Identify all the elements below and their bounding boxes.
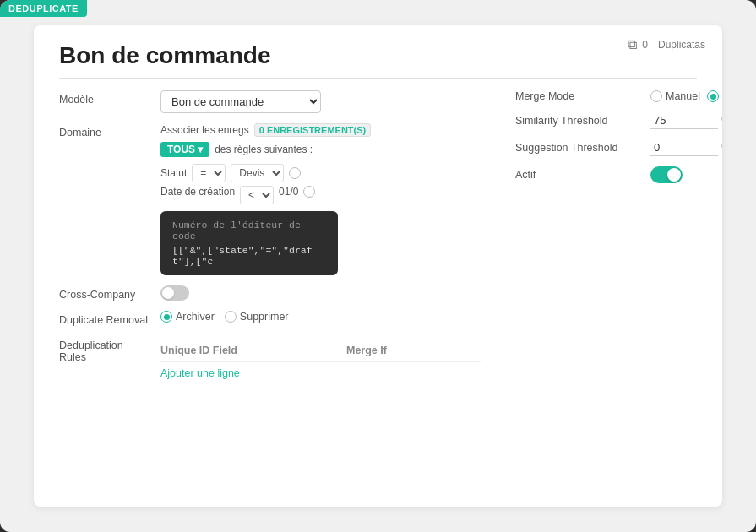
merge-if-col-header: Merge If xyxy=(346,345,481,356)
supprimer-radio[interactable] xyxy=(225,311,237,323)
dup-label: Duplicatas xyxy=(658,39,705,51)
cross-company-label: Cross-Company xyxy=(59,285,152,301)
automatique-radio[interactable] xyxy=(707,90,719,102)
merge-mode-options: Manuel Automatique xyxy=(650,90,722,102)
archiver-option[interactable]: Archiver xyxy=(160,311,215,323)
statut-op-select[interactable]: = xyxy=(192,164,226,182)
statut-val-select[interactable]: Devis xyxy=(231,164,284,182)
suggestion-threshold-row: Suggestion Threshold % xyxy=(515,139,722,156)
code-comment: Numéro de l'éditeur de code xyxy=(172,220,326,242)
duplicate-removal-label: Duplicate Removal xyxy=(59,311,152,326)
automatique-option[interactable]: Automatique xyxy=(707,90,722,102)
statut-rule-row: Statut = Devis xyxy=(160,164,481,182)
deduplicate-badge: DEDUPLICATE xyxy=(0,0,87,17)
manuel-radio[interactable] xyxy=(650,90,662,102)
domaine-label: Domaine xyxy=(59,123,152,138)
suggestion-percent: % xyxy=(721,142,722,154)
domain-text: Associer les enregs xyxy=(160,124,249,136)
statut-label: Statut xyxy=(160,167,187,179)
suivantes-text: des règles suivantes : xyxy=(215,144,313,155)
statut-radio[interactable] xyxy=(289,167,301,179)
suggestion-value-area: % xyxy=(650,139,722,156)
manuel-label: Manuel xyxy=(666,90,700,102)
archiver-radio[interactable] xyxy=(160,311,172,323)
duplicate-removal-row: Duplicate Removal Archiver Supprimer xyxy=(59,311,481,326)
enregistrement-badge: 0 ENREGISTREMENT(S) xyxy=(254,123,372,137)
modele-field-row: Modèle Bon de commande xyxy=(59,90,481,113)
date-radio[interactable] xyxy=(303,186,315,198)
merge-mode-row: Merge Mode Manuel Automatique xyxy=(515,90,722,102)
left-col: Modèle Bon de commande Domaine Associer … xyxy=(59,90,481,379)
suggestion-input[interactable] xyxy=(650,139,718,156)
modele-select[interactable]: Bon de commande xyxy=(160,90,321,113)
archiver-label: Archiver xyxy=(176,311,215,323)
similarity-value-area: % xyxy=(650,112,722,129)
copy-icon: ⧉ xyxy=(628,37,637,52)
domaine-field-row: Domaine Associer les enregs 0 ENREGISTRE… xyxy=(59,123,481,275)
similarity-threshold-row: Similarity Threshold % xyxy=(515,112,722,129)
suggestion-label: Suggestion Threshold xyxy=(515,142,642,154)
deduplication-rules-label: Deduplication Rules xyxy=(59,339,152,379)
similarity-input[interactable] xyxy=(650,112,718,129)
cross-company-toggle[interactable] xyxy=(160,285,189,301)
date-val: 01/0 xyxy=(279,186,298,198)
similarity-label: Similarity Threshold xyxy=(515,115,642,127)
right-col: Merge Mode Manuel Automatique xyxy=(515,90,722,379)
form-area: Modèle Bon de commande Domaine Associer … xyxy=(59,90,697,379)
dup-count: 0 xyxy=(642,39,648,51)
page-title: Bon de commande xyxy=(59,42,697,79)
modele-value: Bon de commande xyxy=(160,90,481,113)
date-rule-row: Date de création < 01/0 xyxy=(160,186,481,204)
cross-company-row: Cross-Company xyxy=(59,285,481,301)
duplicatas-counter[interactable]: ⧉ 0 Duplicatas xyxy=(628,37,705,52)
domain-area: Associer les enregs 0 ENREGISTREMENT(S) … xyxy=(160,123,481,275)
add-line-link[interactable]: Ajouter une ligne xyxy=(160,367,481,379)
similarity-percent: % xyxy=(721,115,722,127)
date-label: Date de création xyxy=(160,186,235,198)
manuel-option[interactable]: Manuel xyxy=(650,90,700,102)
actif-row: Actif xyxy=(515,166,722,183)
tous-button[interactable]: TOUS ▾ xyxy=(160,142,209,157)
unique-id-col-header: Unique ID Field xyxy=(160,345,329,356)
code-editor: Numéro de l'éditeur de code [["&",["stat… xyxy=(160,211,338,275)
domain-header: Associer les enregs 0 ENREGISTREMENT(S) xyxy=(160,123,481,137)
supprimer-label: Supprimer xyxy=(240,311,289,323)
dedup-table-header: Unique ID Field Merge If xyxy=(160,339,481,362)
date-op-select[interactable]: < xyxy=(240,186,274,204)
dup-removal-options: Archiver Supprimer xyxy=(160,311,289,323)
actif-toggle[interactable] xyxy=(650,166,683,183)
actif-label: Actif xyxy=(515,169,642,181)
supprimer-option[interactable]: Supprimer xyxy=(225,311,289,323)
main-panel: ⧉ 0 Duplicatas Bon de commande Modèle Bo… xyxy=(34,25,722,507)
merge-mode-label: Merge Mode xyxy=(515,90,642,102)
code-content: [["&",["state","=","draft"],["c xyxy=(172,245,326,267)
modele-label: Modèle xyxy=(59,90,152,106)
deduplication-rules-section: Deduplication Rules Unique ID Field Merg… xyxy=(59,339,481,379)
